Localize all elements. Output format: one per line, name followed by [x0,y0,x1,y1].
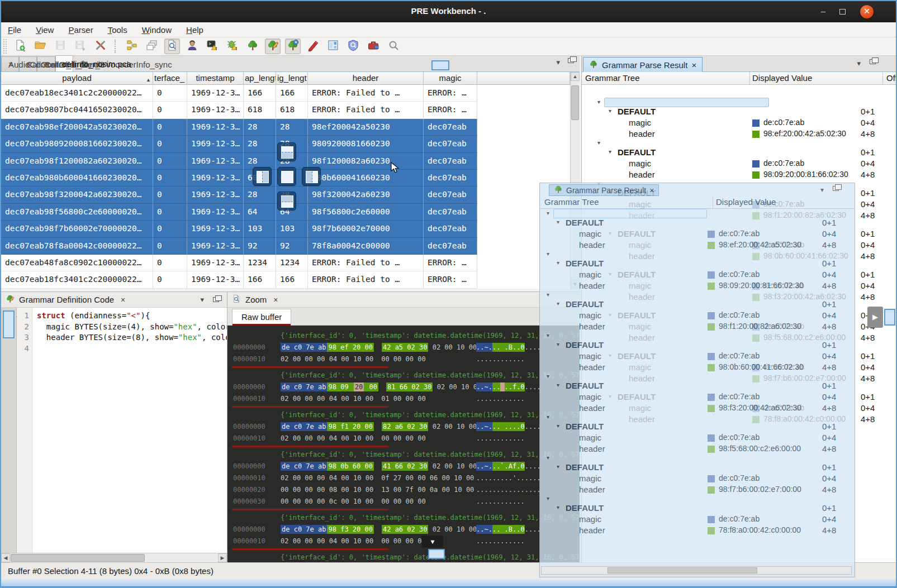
floating-window-tab[interactable]: Grammar Parse Result × [549,184,659,196]
expand-arrow-icon[interactable]: ▾ [547,210,549,216]
expand-arrow-icon[interactable]: ▾ [547,251,549,257]
scroll-right-icon[interactable]: ▶ [218,553,227,562]
tab-audiocontroller-1-handlevocoderinfo-sync[interactable]: AudioController_1_handleVocoderInfo_sync… [1,56,19,71]
column-header-iglengt[interactable]: ig_lengt [276,72,308,84]
grammar-edit-button[interactable] [265,39,281,54]
table-row[interactable]: dec07eab48fa8c0902c10000022…01969-12-3…1… [1,255,570,271]
tree-root-row[interactable]: ▾ [540,414,855,421]
panel-detach-icon[interactable] [213,297,219,302]
find-in-page-button[interactable] [164,39,180,54]
tree-structure-button[interactable] [124,39,140,54]
expand-arrow-icon[interactable]: ▾ [557,382,559,388]
open-file-button[interactable] [32,39,48,54]
dock-left-zone[interactable] [253,167,272,186]
table-row[interactable]: dec07eab98f7b60002e70000020…01969-12-3…1… [1,221,570,237]
tree-field-header[interactable]: header98:09:20:00:81:66:02:304+8 [540,281,855,292]
menu-view[interactable]: View [36,25,54,35]
expand-arrow-icon[interactable]: ▾ [557,504,559,510]
dock-center-zone[interactable] [277,167,296,186]
tree-field-header[interactable]: header98:ef:20:00:42:a5:02:304+8 [540,240,855,251]
dock-bottom-zone[interactable] [277,192,296,211]
menu-parser[interactable]: Parser [68,25,93,35]
expand-arrow-icon[interactable]: ▾ [547,373,549,379]
hex-row[interactable]: 0000001002 00 00 00 04 00 10 0000 00 00 … [227,536,580,547]
expand-arrow-icon[interactable]: ▾ [557,219,559,225]
code-horizontal-scrollbar[interactable]: ◀ ▶ [1,553,227,562]
hex-row[interactable]: 0000003000 00 00 00 0c 00 10 0000 00 00 … [227,496,580,508]
menu-tools[interactable]: Tools [108,25,127,35]
tree-field-header[interactable]: header98:f5:68:00:c2:e6:00:004+8 [540,444,855,455]
scrollbar-thumb[interactable] [571,85,579,120]
maximize-button[interactable] [836,6,849,18]
highlight-pen-button[interactable] [305,39,321,54]
save-as-button[interactable] [73,39,88,54]
tree-node-default[interactable]: ▾DEFAULT0+1 [582,107,897,118]
tree-field-header[interactable]: header98:f1:20:00:82:a6:02:304+8 [540,322,855,333]
grammar-settings-button[interactable] [285,39,301,54]
column-grammar-tree[interactable]: Grammar Tree [544,197,599,207]
new-file-button[interactable] [12,39,28,54]
expand-arrow-icon[interactable]: ▾ [597,140,600,146]
panel-close-icon[interactable]: × [121,295,125,304]
tree-field-header[interactable]: header98:0b:60:00:41:66:02:304+8 [540,362,855,374]
hex-row[interactable]: 0000001002 00 00 00 04 00 10 0000 00 00 … [227,353,580,365]
table-row[interactable]: dec07eab98ef200042a50230020…01969-12-3…2… [1,119,570,136]
menu-window[interactable]: Window [142,25,172,35]
terminal-warning-button[interactable] [205,39,220,54]
expand-arrow-icon[interactable]: ▾ [597,99,600,105]
selected-tree-row[interactable] [604,98,769,107]
tree-node-default[interactable]: ▾DEFAULT0+1 [540,259,855,270]
expand-arrow-icon[interactable]: ▾ [557,341,559,347]
table-row[interactable]: dec07eab9807bc0441650230020…01969-12-3…6… [1,102,570,118]
table-row[interactable]: dec07eab78f8a00042c00000022…01969-12-3…9… [1,238,570,255]
tree-node-default[interactable]: ▾DEFAULT0+1 [540,503,855,514]
column-separator[interactable] [882,72,883,84]
expand-arrow-icon[interactable]: ▾ [547,332,549,338]
debug-warning-button[interactable] [225,39,240,54]
tree-node-default[interactable]: ▾DEFAULT0+1 [582,147,897,159]
scrollbar-thumb[interactable] [11,554,145,562]
table-row[interactable]: dec07eab18fc3401c2c20000022…01969-12-3…1… [1,271,570,288]
hex-row[interactable]: 0000001002 00 00 00 04 00 10 0001 00 00 … [227,393,580,405]
tab-grammar-parse-result[interactable]: Grammar Parse Result × [583,57,703,72]
tree-root-row[interactable]: ▾ [540,251,855,258]
column-displayed-value[interactable]: Displayed Value [716,197,776,207]
hex-row[interactable]: 00000000de c0 7e ab98 09 20 0081 66 02 3… [227,381,580,393]
search-button[interactable] [386,39,401,54]
tree-root-row[interactable]: ▾ [582,99,897,106]
panel-close-icon[interactable]: × [273,295,278,304]
column-grammar-tree[interactable]: Grammar Tree [585,73,640,83]
tree-root-row[interactable]: ▾ [540,332,855,340]
expand-arrow-icon[interactable]: ▾ [547,455,549,461]
menu-help[interactable]: Help [186,25,203,35]
tab-overflow-icon[interactable]: ▾ [556,58,560,66]
tree-node-default[interactable]: ▾DEFAULT0+1 [540,340,855,351]
scroll-left-icon[interactable]: ◀ [1,553,10,562]
tree-field-header[interactable]: header98:f7:b6:00:02:e7:00:004+8 [540,485,855,496]
expand-arrow-icon[interactable]: ▾ [557,423,559,429]
tab-raw-buffer[interactable]: Raw buffer [232,309,291,326]
tree-node-default[interactable]: ▾DEFAULT0+1 [540,422,855,433]
tree-root-row[interactable]: ▾ [540,495,855,503]
save-button[interactable] [53,39,68,54]
column-header-aplengt[interactable]: ap_lengt [244,72,276,84]
hex-row[interactable]: 00000000de c0 7e ab98 ef 20 0042 a5 02 3… [227,342,580,353]
tree-field-magic[interactable]: magicde:c0:7e:ab0+4 [540,392,855,403]
grammar-tree-button[interactable] [245,39,260,54]
tree-field-header[interactable]: header98:f3:20:00:42:a6:02:304+8 [540,403,855,414]
panel-detach-icon[interactable] [870,59,876,64]
protocol-shield-button[interactable] [345,39,361,54]
tree-field-magic[interactable]: magicde:c0:7e:ab0+4 [540,310,855,322]
floating-grammar-parse-result-window[interactable]: Grammar Parse Result × ▾ Grammar Tree Di… [539,183,855,577]
tab-close-icon[interactable]: × [691,60,696,70]
tree-root-row[interactable]: ▾ [540,210,855,217]
column-header-timestamp[interactable]: timestamp [187,72,244,84]
dock-right-zone[interactable] [302,167,321,186]
code-minimap-strip[interactable] [1,308,17,553]
tree-root-row[interactable]: ▾ [540,373,855,380]
hex-row[interactable]: 00000000de c0 7e ab98 0b 60 0041 66 02 3… [227,461,580,472]
expand-arrow-icon[interactable]: ▾ [547,414,549,420]
close-button[interactable]: ✕ [860,5,874,18]
panel-overflow-icon[interactable]: ▾ [200,295,204,304]
cascade-windows-button[interactable] [144,39,160,54]
